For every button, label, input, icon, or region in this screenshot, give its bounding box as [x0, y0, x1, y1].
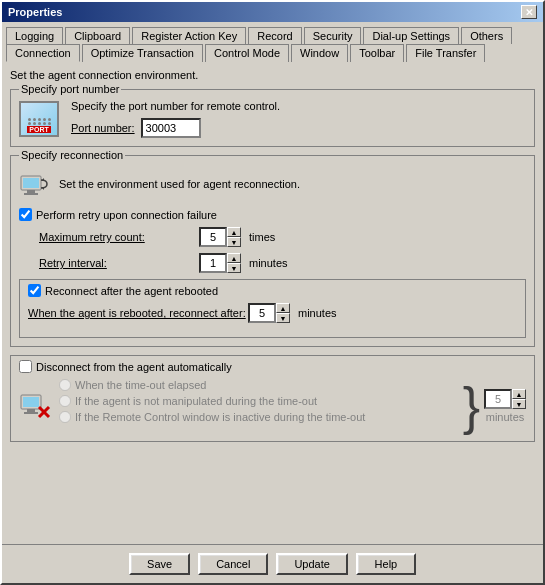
help-button[interactable]: Help [356, 553, 416, 575]
reboot-checkbox-label: Reconnect after the agent rebooted [45, 285, 218, 297]
intro-text: Set the agent connection environment. [10, 69, 535, 81]
svg-rect-3 [24, 193, 38, 195]
tab-security[interactable]: Security [304, 27, 362, 44]
retry-interval-down[interactable]: ▼ [227, 263, 241, 273]
reconnect-header: Set the environment used for agent recon… [19, 168, 526, 200]
port-icon: PORT [19, 101, 59, 137]
retry-interval-unit: minutes [249, 257, 288, 269]
reboot-reconnect-label: When the agent is rebooted, reconnect af… [28, 307, 248, 319]
svg-rect-6 [27, 409, 35, 412]
port-group: Specify port number [10, 89, 535, 147]
title-bar: Properties ✕ [2, 2, 543, 22]
svg-rect-1 [23, 178, 39, 188]
max-retry-spinner: ▲ ▼ [227, 227, 241, 247]
max-retry-label: Maximum retry count: [39, 231, 199, 243]
tab-record[interactable]: Record [248, 27, 301, 44]
reconnect-group-label: Specify reconnection [19, 149, 125, 161]
reboot-reconnect-unit: minutes [298, 307, 337, 319]
disconnect-header: Disconnect from the agent automatically [19, 360, 526, 373]
reboot-reconnect-row: When the agent is rebooted, reconnect af… [28, 303, 517, 323]
reconnect-group: Specify reconnection [10, 155, 535, 347]
disconnect-minutes-section: } ▲ ▼ minutes [463, 379, 526, 433]
tab-toolbar[interactable]: Toolbar [350, 44, 404, 62]
port-description: Specify the port number for remote contr… [71, 100, 526, 112]
radio-timeout-elapsed[interactable] [59, 379, 71, 391]
svg-rect-5 [23, 397, 39, 407]
reconnect-description: Set the environment used for agent recon… [59, 178, 300, 190]
radio-row-3: If the Remote Control window is inactive… [59, 411, 365, 423]
disconnect-icon [19, 387, 51, 419]
reboot-checkbox[interactable] [28, 284, 41, 297]
max-retry-up[interactable]: ▲ [227, 227, 241, 237]
disconnect-minutes-spinner: ▲ ▼ [484, 389, 526, 409]
max-retry-row: Maximum retry count: ▲ ▼ times [39, 227, 526, 247]
reconnect-icon [19, 168, 51, 200]
port-number-input[interactable] [141, 118, 201, 138]
retry-interval-label: Retry interval: [39, 257, 199, 269]
radio-timeout-elapsed-label: When the time-out elapsed [75, 379, 206, 391]
tab-window[interactable]: Window [291, 44, 348, 62]
reboot-reconnect-up[interactable]: ▲ [276, 303, 290, 313]
retry-interval-input[interactable] [199, 253, 227, 273]
tab-register-action-key[interactable]: Register Action Key [132, 27, 246, 44]
tab-others[interactable]: Others [461, 27, 512, 44]
max-retry-unit: times [249, 231, 275, 243]
tab-clipboard[interactable]: Clipboard [65, 27, 130, 44]
max-retry-down[interactable]: ▼ [227, 237, 241, 247]
retry-interval-row: Retry interval: ▲ ▼ minutes [39, 253, 526, 273]
reboot-reconnect-spinner: ▲ ▼ [276, 303, 290, 323]
disconnect-minutes-label: minutes [486, 411, 525, 423]
tab-dialup-settings[interactable]: Dial-up Settings [363, 27, 459, 44]
radio-window-inactive-label: If the Remote Control window is inactive… [75, 411, 365, 423]
disconnect-minutes-up[interactable]: ▲ [512, 389, 526, 399]
tab-logging[interactable]: Logging [6, 27, 63, 44]
disconnect-minutes-down[interactable]: ▼ [512, 399, 526, 409]
radio-window-inactive[interactable] [59, 411, 71, 423]
tab-control-mode[interactable]: Control Mode [205, 44, 289, 62]
retry-interval-up[interactable]: ▲ [227, 253, 241, 263]
save-button[interactable]: Save [129, 553, 190, 575]
brace-icon: } [463, 380, 480, 432]
svg-rect-7 [24, 412, 38, 414]
retry-checkbox-label: Perform retry upon connection failure [36, 209, 217, 221]
retry-checkbox[interactable] [19, 208, 32, 221]
svg-rect-2 [27, 190, 35, 193]
radio-not-manipulated[interactable] [59, 395, 71, 407]
disconnect-minutes-input[interactable] [484, 389, 512, 409]
port-right: Specify the port number for remote contr… [71, 100, 526, 138]
window-title: Properties [8, 6, 62, 18]
properties-window: Properties ✕ Logging Clipboard Register … [0, 0, 545, 585]
tab-connection[interactable]: Connection [6, 44, 80, 62]
tab-file-transfer[interactable]: File Transfer [406, 44, 485, 62]
port-number-label: Port number: [71, 122, 135, 134]
tabs-row2: Connection Optimize Transaction Control … [2, 43, 543, 61]
disconnect-checkbox-label: Disconnect from the agent automatically [36, 361, 232, 373]
retry-interval-spinner: ▲ ▼ [227, 253, 241, 273]
retry-checkbox-row: Perform retry upon connection failure [19, 208, 526, 221]
content-area: Set the agent connection environment. Sp… [2, 61, 543, 544]
cancel-button[interactable]: Cancel [198, 553, 268, 575]
port-group-label: Specify port number [19, 83, 121, 95]
tab-optimize-transaction[interactable]: Optimize Transaction [82, 44, 203, 62]
reboot-subgroup: Reconnect after the agent rebooted When … [19, 279, 526, 338]
radio-row-2: If the agent is not manipulated during t… [59, 395, 365, 407]
disconnect-checkbox[interactable] [19, 360, 32, 373]
close-button[interactable]: ✕ [521, 5, 537, 19]
reboot-checkbox-row: Reconnect after the agent rebooted [28, 284, 517, 297]
port-icon-label: PORT [27, 126, 50, 133]
reboot-reconnect-down[interactable]: ▼ [276, 313, 290, 323]
disconnect-group: Disconnect from the agent automatically [10, 355, 535, 442]
update-button[interactable]: Update [276, 553, 347, 575]
radio-not-manipulated-label: If the agent is not manipulated during t… [75, 395, 317, 407]
reboot-reconnect-input[interactable] [248, 303, 276, 323]
tabs-row1: Logging Clipboard Register Action Key Re… [2, 22, 543, 43]
radio-row-1: When the time-out elapsed [59, 379, 365, 391]
bottom-buttons: Save Cancel Update Help [2, 544, 543, 583]
max-retry-input[interactable] [199, 227, 227, 247]
